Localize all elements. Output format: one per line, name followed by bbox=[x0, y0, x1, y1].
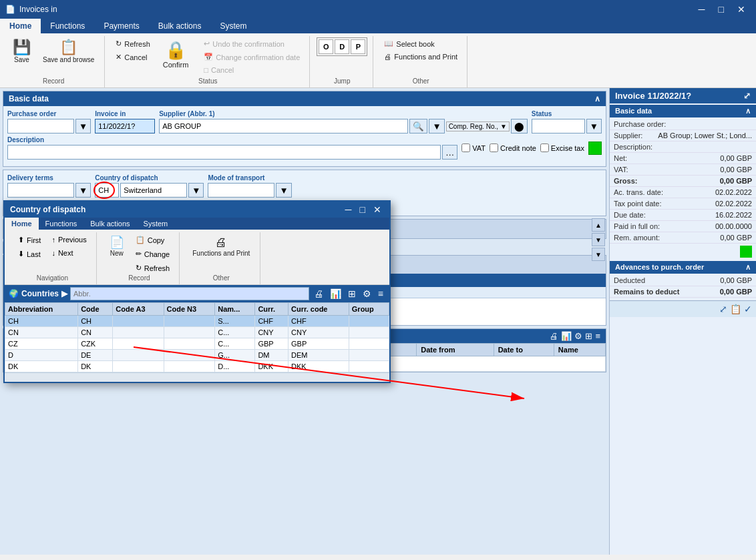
credit-note-checkbox[interactable] bbox=[490, 144, 498, 152]
basic-data-content: Purchase order ▼ Invoice in Supplier (Ab… bbox=[3, 106, 606, 166]
undo-confirm-button[interactable]: ↩ Undo the confirmation bbox=[200, 37, 304, 50]
countries-area: 🌍 Countries ▶ 🖨 📊 ⊞ ⚙ ≡ Abbreviation Cod… bbox=[5, 285, 389, 382]
refresh-btn[interactable]: ↻ Refresh bbox=[132, 262, 174, 274]
excise-tax-checkbox[interactable] bbox=[540, 144, 549, 152]
status-circle-btn[interactable]: ⬤ bbox=[511, 119, 528, 133]
country-dispatch-dropdown[interactable]: ▼ bbox=[188, 183, 204, 198]
status-dropdown[interactable]: ▼ bbox=[586, 119, 602, 133]
delivery-terms-input[interactable] bbox=[7, 183, 74, 198]
intrastat-print-btn[interactable]: 🖨 bbox=[550, 331, 558, 341]
status-cancel-button[interactable]: □ Cancel bbox=[200, 64, 304, 76]
right-expand-btn[interactable]: ⤢ bbox=[719, 304, 727, 314]
change-confirm-date-button[interactable]: 📅 Change confirmation date bbox=[200, 51, 304, 63]
tab-functions[interactable]: Functions bbox=[41, 19, 94, 33]
horizontal-scrollbar[interactable] bbox=[5, 372, 389, 382]
save-icon: 💾 bbox=[13, 40, 31, 55]
app-icon: 📄 bbox=[5, 5, 15, 14]
fn-print-btn[interactable]: 🖨 Functions and Print bbox=[188, 234, 254, 260]
table-row[interactable]: CHCHS...CHFCHF bbox=[5, 316, 389, 327]
tab-bulk-actions[interactable]: Bulk actions bbox=[149, 19, 211, 33]
tab-home[interactable]: Home bbox=[0, 19, 41, 33]
modal-tab-functions[interactable]: Functions bbox=[39, 218, 84, 230]
functions-print-button[interactable]: 🖨 Functions and Print bbox=[380, 51, 461, 63]
supplier-search[interactable]: 🔍 bbox=[409, 119, 427, 133]
right-collapse-icon[interactable]: ∧ bbox=[745, 107, 751, 115]
right-basic-data-section: Basic data ∧ Purchase order: Supplier: A… bbox=[610, 105, 756, 260]
comp-reg-btn[interactable]: Comp. Reg. No., ▼ bbox=[446, 121, 510, 131]
modal-record-group: 📄 New 📋 Copy ✏ Change ↻ Refresh bbox=[100, 232, 180, 284]
o-button[interactable]: O bbox=[319, 39, 333, 54]
cancel-button[interactable]: ✕ Cancel bbox=[112, 51, 154, 63]
right-check-btn[interactable]: ✓ bbox=[744, 304, 752, 314]
right-browse-btn[interactable]: 📋 bbox=[730, 304, 741, 314]
description-input[interactable] bbox=[7, 145, 441, 160]
country-name-input[interactable] bbox=[120, 183, 187, 198]
modal-tab-bulk-actions[interactable]: Bulk actions bbox=[83, 218, 136, 230]
p-button[interactable]: P bbox=[351, 39, 365, 54]
intrastat-chart-btn[interactable]: 📊 bbox=[561, 331, 572, 341]
countries-menu-btn[interactable]: ≡ bbox=[376, 288, 385, 299]
select-book-button[interactable]: 📖 Select book bbox=[380, 37, 461, 50]
tab-system[interactable]: System bbox=[210, 19, 256, 33]
invoice-expand-icon[interactable]: ⤢ bbox=[743, 91, 751, 101]
credit-note-checkbox-label: Credit note bbox=[490, 144, 536, 152]
confirm-button[interactable]: 🔒 Confirm bbox=[157, 37, 195, 71]
first-btn[interactable]: ⬆ First bbox=[14, 234, 45, 246]
delivery-terms-dropdown[interactable]: ▼ bbox=[75, 183, 91, 198]
supplier-input[interactable] bbox=[159, 119, 408, 133]
vat-checkbox[interactable] bbox=[461, 144, 470, 152]
tab-payments[interactable]: Payments bbox=[94, 19, 148, 33]
new-btn[interactable]: 📄 New bbox=[105, 234, 129, 260]
vat-checkbox-label: VAT bbox=[461, 144, 486, 152]
scroll-down2-btn[interactable]: ▼ bbox=[592, 248, 605, 261]
excise-tax-checkbox-label: Excise tax bbox=[540, 144, 584, 152]
table-row[interactable]: CZCZKC...GBPGBP bbox=[5, 338, 389, 350]
scroll-up-btn[interactable]: ▲ bbox=[592, 218, 605, 232]
invoice-in-input[interactable] bbox=[95, 119, 155, 133]
modal-close-btn[interactable]: ✕ bbox=[371, 204, 384, 215]
purchase-order-input[interactable] bbox=[7, 119, 74, 133]
modal-tab-system[interactable]: System bbox=[137, 218, 175, 230]
right-advances-collapse[interactable]: ∧ bbox=[745, 263, 751, 272]
countries-arrow: ▶ bbox=[61, 289, 67, 298]
table-row[interactable]: CNCNC...CNYCNY bbox=[5, 327, 389, 338]
change-btn[interactable]: ✏ Change bbox=[132, 248, 174, 260]
purchase-order-dropdown[interactable]: ▼ bbox=[75, 119, 91, 133]
modal-minimize-btn[interactable]: ─ bbox=[343, 204, 355, 215]
modal-tab-home[interactable]: Home bbox=[5, 218, 39, 230]
previous-btn[interactable]: ↑ Previous bbox=[47, 234, 90, 246]
status-input[interactable] bbox=[532, 119, 585, 133]
modal-maximize-btn[interactable]: □ bbox=[357, 204, 368, 215]
country-dispatch-input[interactable] bbox=[95, 183, 119, 198]
modal-title-btns: ─ □ ✕ bbox=[343, 204, 384, 215]
basic-data-panel: Basic data ∧ Purchase order ▼ Invoice in bbox=[3, 91, 606, 167]
next-btn[interactable]: ↓ Next bbox=[47, 247, 90, 259]
mode-transport-dropdown[interactable]: ▼ bbox=[276, 183, 291, 198]
save-button[interactable]: 💾 Save bbox=[8, 37, 35, 66]
countries-print-btn[interactable]: 🖨 bbox=[312, 288, 325, 299]
scroll-down-btn[interactable]: ▼ bbox=[592, 233, 605, 246]
refresh-button[interactable]: ↻ Refresh bbox=[112, 37, 154, 50]
countries-settings-btn[interactable]: ⚙ bbox=[361, 288, 373, 299]
minimize-button[interactable]: ─ bbox=[693, 3, 711, 16]
maximize-button[interactable]: □ bbox=[713, 3, 729, 16]
table-row[interactable]: DDEG...DMDEM bbox=[5, 350, 389, 361]
save-browse-button[interactable]: 📋 Save and browse bbox=[38, 37, 99, 66]
last-btn[interactable]: ⬇ Last bbox=[14, 248, 45, 260]
app-title: Invoices in bbox=[19, 5, 57, 14]
description-expand[interactable]: … bbox=[442, 145, 457, 160]
d-button[interactable]: D bbox=[335, 39, 349, 54]
supplier-dropdown[interactable]: ▼ bbox=[429, 119, 444, 133]
table-row[interactable]: DKDKD...DKKDKK bbox=[5, 361, 389, 372]
intrastat-menu-btn[interactable]: ≡ bbox=[595, 331, 600, 341]
country-dispatch-group: Country of dispatch ▼ bbox=[95, 174, 204, 198]
intrastat-settings-btn[interactable]: ⚙ bbox=[574, 331, 582, 341]
mode-transport-input[interactable] bbox=[208, 183, 274, 198]
close-button[interactable]: ✕ bbox=[732, 3, 751, 16]
countries-grid-btn[interactable]: ⊞ bbox=[346, 288, 358, 299]
countries-chart-btn[interactable]: 📊 bbox=[328, 288, 343, 299]
copy-btn[interactable]: 📋 Copy bbox=[132, 234, 174, 246]
basic-data-collapse[interactable]: ∧ bbox=[594, 94, 600, 103]
countries-search-input[interactable] bbox=[70, 287, 309, 300]
intrastat-expand-btn[interactable]: ⊞ bbox=[585, 331, 592, 341]
